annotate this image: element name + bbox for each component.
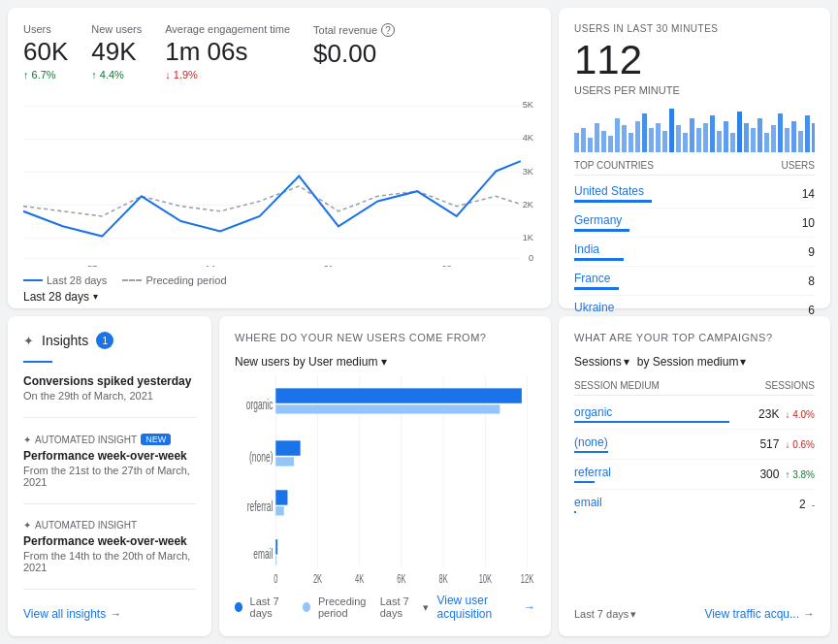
svg-rect-23 — [615, 118, 620, 152]
country-users: 9 — [808, 245, 815, 259]
svg-rect-21 — [601, 131, 606, 152]
country-name[interactable]: United States — [574, 184, 652, 198]
insights-panel: ✦ Insights 1 Conversions spiked yesterda… — [8, 316, 211, 636]
chart-legend: Last 28 days Preceding period — [23, 274, 535, 286]
svg-text:5K: 5K — [523, 101, 534, 111]
users-label: Users — [23, 23, 68, 35]
legend-current: Last 28 days — [23, 274, 107, 286]
chevron-down-icon-6: ▾ — [630, 608, 636, 621]
realtime-panel: USERS IN LAST 30 MINUTES 112 USERS PER M… — [559, 8, 830, 308]
legend-line-solid — [23, 279, 43, 281]
country-bar — [574, 287, 619, 290]
campaigns-bottom-bar: Last 7 days ▾ View traffic acqu... → — [574, 599, 815, 621]
campaigns-filter-2[interactable]: by Session medium ▾ — [637, 355, 747, 369]
country-name[interactable]: France — [574, 272, 619, 285]
svg-text:2K: 2K — [523, 200, 534, 209]
insight-desc-0: On the 29th of March, 2021 — [23, 390, 196, 402]
insights-header: ✦ Insights 1 — [23, 332, 196, 349]
svg-text:organic: organic — [246, 398, 274, 411]
svg-text:3K: 3K — [523, 167, 534, 177]
view-user-acquisition-button[interactable]: View user acquisition → — [436, 594, 535, 621]
country-name[interactable]: India — [574, 242, 624, 256]
chevron-down-icon-2: ▾ — [381, 355, 387, 369]
realtime-country-row: United States 14 — [574, 179, 815, 209]
svg-rect-70 — [275, 539, 277, 554]
realtime-country-row: Germany 10 — [574, 209, 815, 238]
campaign-value: 300 ↑ 3.8% — [759, 467, 815, 481]
insight-tag-1: ✦ AUTOMATED INSIGHT New — [23, 434, 196, 445]
insight-item-2: ✦ AUTOMATED INSIGHT Performance week-ove… — [23, 520, 196, 590]
svg-text:0: 0 — [529, 254, 533, 264]
svg-rect-46 — [771, 125, 776, 152]
main-stats-panel: Users 60K ↑ 6.7% New users 49K ↑ 4.4% Av… — [8, 8, 551, 308]
realtime-country-row: India 9 — [574, 238, 815, 267]
svg-rect-20 — [595, 123, 599, 152]
chevron-down-icon-3: ▾ — [423, 601, 429, 614]
country-name[interactable]: Ukraine — [574, 301, 614, 314]
campaign-change: - — [812, 499, 815, 510]
insight-title-2: Performance week-over-week — [23, 534, 196, 548]
svg-rect-32 — [676, 125, 681, 152]
insight-item-0: Conversions spiked yesterday On the 29th… — [23, 374, 196, 418]
svg-rect-48 — [785, 128, 790, 152]
svg-text:0: 0 — [274, 572, 277, 585]
svg-rect-26 — [635, 121, 640, 152]
help-icon[interactable]: ? — [381, 23, 395, 37]
svg-text:28: 28 — [442, 264, 452, 267]
campaign-row: organic 23K ↓ 4.0% — [574, 400, 815, 430]
campaign-name[interactable]: referral — [574, 466, 611, 479]
campaigns-filter-1[interactable]: Sessions ▾ — [574, 355, 629, 369]
campaign-change: ↓ 0.6% — [785, 439, 815, 450]
new-users-chart-filter[interactable]: New users by User medium ▾ — [235, 355, 535, 369]
svg-rect-45 — [764, 133, 769, 152]
realtime-country-row: France 8 — [574, 267, 815, 296]
campaign-name[interactable]: (none) — [574, 435, 608, 449]
svg-text:referral: referral — [247, 499, 274, 513]
country-bar — [574, 258, 624, 261]
campaigns-header: Sessions ▾ by Session medium ▾ — [574, 355, 815, 369]
view-traffic-button[interactable]: View traffic acqu... → — [704, 607, 815, 621]
new-users-label: New users — [91, 23, 142, 35]
date-filter-button[interactable]: Last 28 days ▾ — [23, 290, 535, 304]
revenue-stat: Total revenue ? $0.00 — [313, 23, 395, 80]
campaign-bar — [574, 451, 608, 453]
svg-text:email: email — [253, 547, 273, 561]
country-name[interactable]: Germany — [574, 213, 629, 227]
campaign-name[interactable]: email — [574, 496, 602, 509]
engagement-change: ↓ 1.9% — [165, 69, 290, 80]
legend-line-dashed — [122, 279, 142, 281]
country-bar — [574, 229, 629, 232]
new-users-panel: WHERE DO YOUR NEW USERS COME FROM? New u… — [219, 316, 551, 636]
svg-rect-67 — [275, 457, 294, 466]
svg-rect-52 — [812, 123, 815, 152]
svg-text:4K: 4K — [355, 572, 364, 585]
view-all-insights-button[interactable]: View all insights → — [23, 607, 196, 621]
country-bar — [574, 200, 652, 203]
new-users-stat: New users 49K ↑ 4.4% — [91, 23, 142, 80]
svg-text:2K: 2K — [313, 572, 322, 585]
svg-rect-71 — [275, 556, 276, 564]
svg-text:10K: 10K — [479, 572, 492, 585]
chevron-down-icon-5: ▾ — [740, 355, 746, 369]
new-users-bottom-bar: Last 7 days Preceding period Last 7 days… — [235, 586, 535, 621]
svg-rect-27 — [642, 113, 647, 152]
country-users: 6 — [808, 304, 815, 317]
svg-rect-31 — [669, 109, 674, 152]
campaign-bar — [574, 421, 729, 423]
new-users-date-filter[interactable]: Last 7 days ▾ — [380, 596, 430, 619]
users-value: 60K — [23, 37, 68, 67]
legend-dot-light — [303, 602, 310, 612]
campaign-value: 2 - — [799, 498, 815, 511]
svg-text:6K: 6K — [397, 572, 405, 585]
realtime-title: USERS IN LAST 30 MINUTES — [574, 23, 815, 34]
svg-rect-66 — [275, 440, 300, 455]
campaign-name[interactable]: organic — [574, 405, 729, 419]
campaign-bar — [574, 481, 595, 483]
campaign-row: email 2 - — [574, 490, 815, 519]
svg-text:1K: 1K — [523, 233, 534, 242]
insight-title-1: Performance week-over-week — [23, 449, 196, 463]
realtime-bar-chart — [574, 104, 815, 152]
chevron-down-icon: ▾ — [93, 291, 98, 302]
campaigns-date-filter[interactable]: Last 7 days ▾ — [574, 608, 636, 621]
stats-row: Users 60K ↑ 6.7% New users 49K ↑ 4.4% Av… — [23, 23, 535, 80]
